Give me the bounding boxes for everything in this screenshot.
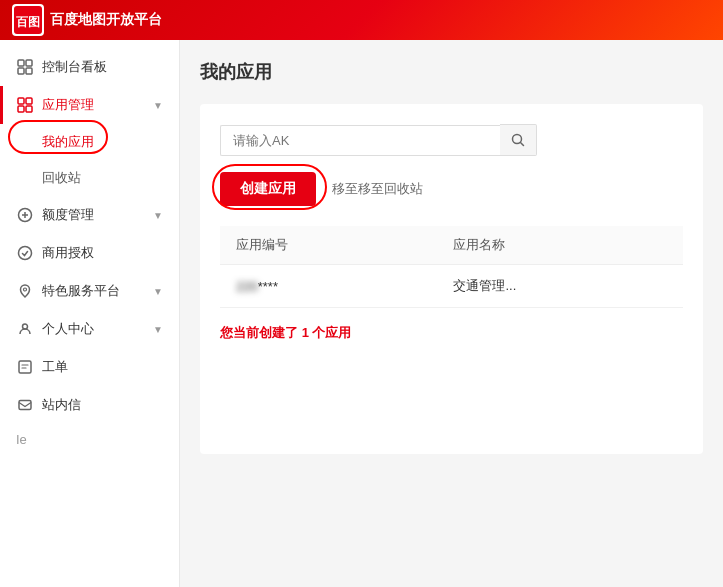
special-service-arrow: ▼ xyxy=(153,286,163,297)
logo-text: 百度地图开放平台 xyxy=(50,11,162,29)
header: 百图 百度地图开放平台 xyxy=(0,0,723,40)
svg-rect-9 xyxy=(26,106,32,112)
app-management-icon xyxy=(16,96,34,114)
svg-rect-6 xyxy=(18,98,24,104)
quota-arrow: ▼ xyxy=(153,210,163,221)
app-table: 应用编号 应用名称 220**** 交通管理... xyxy=(220,226,683,308)
quota-icon xyxy=(16,206,34,224)
special-service-icon xyxy=(16,282,34,300)
work-order-icon xyxy=(16,358,34,376)
inbox-icon xyxy=(16,396,34,414)
recycle-prefix: 移至 xyxy=(332,181,358,196)
sidebar-item-recycle[interactable]: 回收站 xyxy=(0,160,179,196)
sidebar-item-app-management-label: 应用管理 xyxy=(42,96,145,114)
app-count-number: 1 xyxy=(302,325,309,340)
sidebar-item-dashboard[interactable]: 控制台看板 xyxy=(0,48,179,86)
app-count-prefix: 您当前创建了 xyxy=(220,325,302,340)
sidebar-item-dashboard-label: 控制台看板 xyxy=(42,58,163,76)
sidebar-item-biz-auth-label: 商用授权 xyxy=(42,244,163,262)
personal-icon xyxy=(16,320,34,338)
app-management-arrow: ▼ xyxy=(153,100,163,111)
app-id-blurred: 220 xyxy=(236,279,258,294)
svg-point-11 xyxy=(19,247,32,260)
search-button[interactable] xyxy=(500,124,537,156)
dashboard-icon xyxy=(16,58,34,76)
sidebar-item-work-order-label: 工单 xyxy=(42,358,163,376)
app-id-suffix: **** xyxy=(258,279,278,294)
cell-app-name: 交通管理... xyxy=(437,265,683,308)
page-title: 我的应用 xyxy=(200,60,703,84)
svg-rect-14 xyxy=(19,361,31,373)
cell-app-id: 220**** xyxy=(220,265,437,308)
search-bar xyxy=(220,124,683,156)
svg-rect-7 xyxy=(26,98,32,104)
personal-arrow: ▼ xyxy=(153,324,163,335)
sidebar-item-biz-auth[interactable]: 商用授权 xyxy=(0,234,179,272)
biz-auth-icon xyxy=(16,244,34,262)
sidebar: 控制台看板 应用管理 ▼ 我的应用 回收站 xyxy=(0,40,180,587)
search-icon xyxy=(510,132,526,148)
action-row: 创建应用 移至移至回收站 xyxy=(220,172,683,206)
sidebar-item-special-service-label: 特色服务平台 xyxy=(42,282,145,300)
recycle-label: 回收站 xyxy=(42,169,81,187)
my-apps-label: 我的应用 xyxy=(42,133,94,151)
sidebar-item-special-service[interactable]: 特色服务平台 ▼ xyxy=(0,272,179,310)
svg-rect-15 xyxy=(19,401,31,410)
svg-rect-2 xyxy=(18,60,24,66)
svg-rect-5 xyxy=(26,68,32,74)
recycle-label-text: 移至回收站 xyxy=(358,181,423,196)
table-row: 220**** 交通管理... xyxy=(220,265,683,308)
sidebar-item-personal[interactable]: 个人中心 ▼ xyxy=(0,310,179,348)
svg-point-12 xyxy=(24,288,27,291)
create-app-button[interactable]: 创建应用 xyxy=(220,172,316,206)
main-layout: 控制台看板 应用管理 ▼ 我的应用 回收站 xyxy=(0,40,723,587)
content-area: 我的应用 创建应用 移至移至回收站 xyxy=(180,40,723,587)
search-input[interactable] xyxy=(220,125,500,156)
sidebar-item-inbox[interactable]: 站内信 xyxy=(0,386,179,424)
sidebar-item-my-apps[interactable]: 我的应用 xyxy=(0,124,179,160)
sidebar-item-inbox-label: 站内信 xyxy=(42,396,163,414)
app-count-text: 您当前创建了 1 个应用 xyxy=(220,324,683,342)
logo-area: 百图 百度地图开放平台 xyxy=(12,4,162,36)
sidebar-item-quota-label: 额度管理 xyxy=(42,206,145,224)
logo-icon: 百图 xyxy=(12,4,44,36)
sidebar-item-quota[interactable]: 额度管理 ▼ xyxy=(0,196,179,234)
recycle-link[interactable]: 移至移至回收站 xyxy=(332,180,423,198)
content-panel: 创建应用 移至移至回收站 应用编号 应用名称 xyxy=(200,104,703,454)
sidebar-item-work-order[interactable]: 工单 xyxy=(0,348,179,386)
svg-rect-8 xyxy=(18,106,24,112)
col-app-id: 应用编号 xyxy=(220,226,437,265)
col-app-name: 应用名称 xyxy=(437,226,683,265)
svg-rect-3 xyxy=(26,60,32,66)
sidebar-footer-text: Ie xyxy=(0,424,179,455)
sidebar-item-app-management[interactable]: 应用管理 ▼ xyxy=(0,86,179,124)
svg-rect-4 xyxy=(18,68,24,74)
sidebar-item-personal-label: 个人中心 xyxy=(42,320,145,338)
app-count-suffix: 个应用 xyxy=(309,325,352,340)
svg-text:百图: 百图 xyxy=(16,15,40,29)
